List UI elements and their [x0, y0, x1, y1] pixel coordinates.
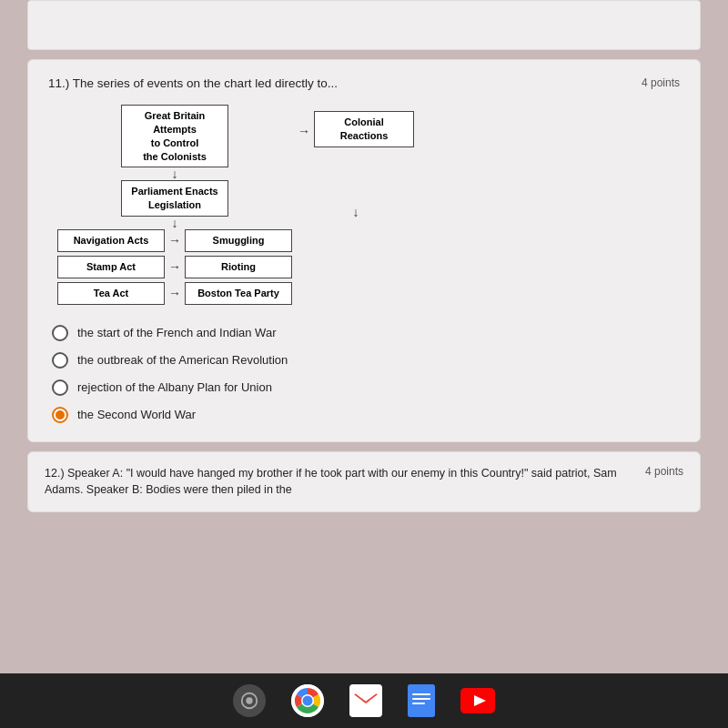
docs-icon[interactable]: [408, 684, 435, 717]
question-12-text: 12.) Speaker A: "I would have hanged my …: [45, 465, 627, 500]
great-britain-box: Great Britain Attempts to Control the Co…: [121, 105, 228, 167]
question-11-points: 4 points: [642, 76, 680, 89]
svg-point-4: [303, 696, 313, 706]
option-1[interactable]: the start of the French and Indian War: [52, 325, 680, 341]
navigation-acts-box: Navigation Acts: [57, 229, 165, 252]
row-navigation-acts: Navigation Acts → Smuggling: [57, 229, 292, 252]
option-4-label: the Second World War: [77, 408, 196, 421]
svg-rect-8: [412, 698, 430, 700]
question-11-card: 11.) The series of events on the chart l…: [27, 59, 701, 442]
smuggling-box: Smuggling: [185, 229, 292, 252]
arrow-tea-act: →: [168, 286, 181, 300]
tea-act-box: Tea Act: [57, 282, 165, 305]
stamp-act-box: Stamp Act: [57, 256, 165, 278]
taskbar: [0, 673, 728, 728]
option-4[interactable]: the Second World War: [52, 407, 680, 423]
option-1-label: the start of the French and Indian War: [77, 326, 276, 339]
radio-1[interactable]: [52, 325, 68, 341]
radio-4[interactable]: [52, 407, 68, 423]
chrome-icon[interactable]: [291, 684, 324, 717]
question-12-card: 12.) Speaker A: "I would have hanged my …: [27, 451, 701, 513]
parliament-box: Parliament Enacts Legislation: [121, 180, 228, 217]
answer-options: the start of the French and Indian War t…: [52, 325, 680, 423]
option-2-label: the outbreak of the American Revolution: [77, 353, 288, 367]
svg-rect-6: [408, 684, 435, 717]
arrow-colonial-down: ↓: [353, 157, 359, 221]
rioting-box: Rioting: [185, 256, 292, 278]
radio-3[interactable]: [52, 379, 68, 396]
arrow-parliament-to-rows: ↓: [172, 217, 178, 229]
row-tea-act: Tea Act → Boston Tea Party: [57, 282, 292, 305]
gmail-icon[interactable]: [349, 684, 382, 717]
arrow-gb-to-parliament: ↓: [172, 167, 178, 180]
svg-rect-9: [412, 703, 425, 704]
radio-4-fill: [56, 410, 65, 420]
svg-point-1: [246, 697, 252, 703]
svg-rect-7: [412, 693, 430, 695]
option-3[interactable]: rejection of the Albany Plan for Union: [52, 379, 680, 396]
radio-2[interactable]: [52, 352, 68, 369]
arrow-nav-acts: →: [168, 233, 181, 248]
arrow-gb-to-colonial: →: [298, 124, 310, 138]
question-header: 11.) The series of events on the chart l…: [48, 76, 680, 90]
flowchart-left-column: Great Britain Attempts to Control the Co…: [57, 105, 292, 308]
top-partial-card: [27, 0, 701, 50]
question-12-points: 4 points: [645, 465, 683, 478]
row-stamp-act: Stamp Act → Rioting: [57, 256, 292, 278]
colonial-reactions-column: → Colonial Reactions ↓: [298, 105, 414, 221]
flowchart: Great Britain Attempts to Control the Co…: [57, 105, 680, 308]
colonial-reactions-box: Colonial Reactions: [314, 111, 414, 147]
option-3-label: rejection of the Albany Plan for Union: [77, 380, 272, 394]
gb-arrow-row: → Colonial Reactions: [298, 105, 414, 157]
option-2[interactable]: the outbreak of the American Revolution: [52, 352, 680, 369]
chromebook-icon[interactable]: [233, 684, 266, 717]
question-11-text: 11.) The series of events on the chart l…: [48, 76, 338, 90]
arrow-stamp-act: →: [168, 259, 181, 274]
youtube-icon[interactable]: [460, 688, 495, 713]
boston-tea-party-box: Boston Tea Party: [185, 282, 292, 305]
